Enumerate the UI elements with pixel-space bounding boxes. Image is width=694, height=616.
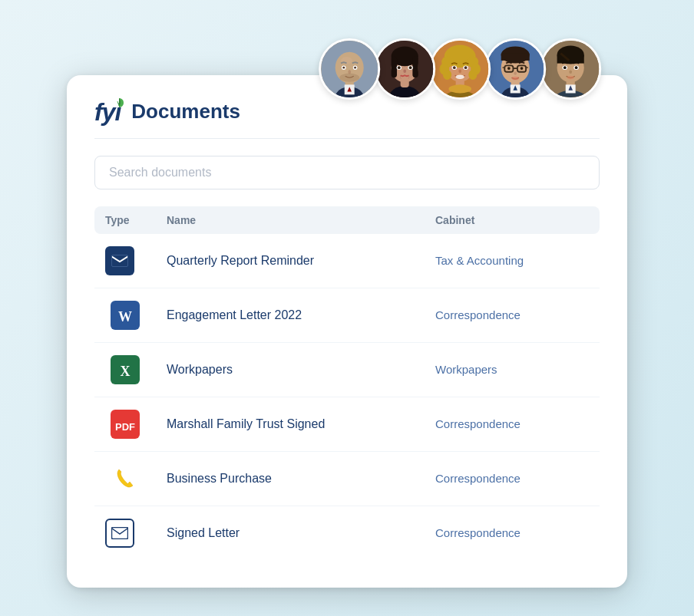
documents-table: Type Name Cabinet Quarterly Report Remin… <box>94 206 600 560</box>
svg-text:W: W <box>118 309 132 324</box>
email-filled-icon <box>105 246 134 275</box>
svg-point-11 <box>354 66 356 68</box>
svg-point-41 <box>464 66 468 69</box>
name-cell: Quarterly Report Reminder <box>156 234 425 288</box>
type-cell: X <box>94 342 156 397</box>
col-type: Type <box>94 206 156 234</box>
cabinet-cell: Correspondence <box>425 397 600 451</box>
svg-point-76 <box>567 75 574 79</box>
table-row[interactable]: PDF Marshall Family Trust Signed Corresp… <box>94 397 600 451</box>
table-row[interactable]: Signed Letter Correspondence <box>94 506 600 560</box>
svg-rect-21 <box>412 56 418 77</box>
page-title: Documents <box>131 100 240 124</box>
type-cell: PDF <box>94 397 156 451</box>
table-row[interactable]: Quarterly Report Reminder Tax & Accounti… <box>94 234 600 288</box>
cabinet-cell: Correspondence <box>425 506 600 560</box>
name-cell: Engagement Letter 2022 <box>156 288 425 342</box>
name-cell: Business Purchase <box>156 451 425 506</box>
table-row[interactable]: X Workpapers Workpapers <box>94 342 600 397</box>
svg-point-59 <box>507 67 511 70</box>
svg-point-26 <box>403 69 406 73</box>
cabinet-cell: Tax & Accounting <box>425 234 600 288</box>
excel-icon: X <box>111 355 140 384</box>
main-card: fyi Documents Type Name Cabinet <box>67 75 627 588</box>
name-cell: Marshall Family Trust Signed <box>156 397 425 451</box>
search-input[interactable] <box>94 156 600 189</box>
svg-rect-87 <box>112 527 128 539</box>
cabinet-cell: Workpapers <box>425 342 600 397</box>
svg-point-36 <box>443 69 451 79</box>
email-outline-icon <box>105 519 134 548</box>
svg-line-77 <box>117 101 119 106</box>
pdf-icon: PDF <box>111 410 140 439</box>
cabinet-cell: Correspondence <box>425 288 600 342</box>
word-icon: W <box>111 301 140 330</box>
svg-point-61 <box>514 71 517 75</box>
svg-point-42 <box>458 69 461 73</box>
type-cell: W <box>94 288 156 342</box>
svg-point-75 <box>569 70 572 74</box>
svg-rect-53 <box>501 53 530 60</box>
avatar <box>429 38 491 100</box>
header: fyi Documents <box>94 100 600 139</box>
avatar <box>319 38 380 100</box>
svg-point-25 <box>409 66 412 69</box>
svg-point-43 <box>456 74 464 79</box>
svg-point-37 <box>468 69 477 79</box>
name-cell: Workpapers <box>156 342 425 397</box>
avatar <box>484 38 546 100</box>
cabinet-cell: Correspondence <box>425 451 600 506</box>
name-cell: Signed Letter <box>156 506 425 560</box>
svg-point-44 <box>448 84 471 93</box>
type-cell <box>94 234 156 288</box>
avatar <box>540 38 601 100</box>
svg-point-62 <box>512 76 519 80</box>
avatars-row <box>319 38 601 100</box>
logo: fyi <box>94 100 121 124</box>
svg-point-10 <box>342 66 345 68</box>
type-cell <box>94 506 156 560</box>
svg-point-73 <box>563 66 567 69</box>
svg-rect-20 <box>392 56 397 77</box>
svg-text:X: X <box>121 364 131 379</box>
svg-text:PDF: PDF <box>115 421 135 433</box>
svg-point-24 <box>398 66 401 69</box>
avatar <box>374 38 435 100</box>
logo-leaf-icon <box>113 97 125 109</box>
svg-point-60 <box>520 67 524 70</box>
table-row[interactable]: W Engagement Letter 2022 Correspondence <box>94 288 600 342</box>
table-row[interactable]: Business Purchase Correspondence <box>94 451 600 506</box>
col-cabinet: Cabinet <box>425 206 600 234</box>
svg-point-13 <box>339 73 359 81</box>
phone-icon <box>111 464 140 493</box>
svg-point-74 <box>575 66 578 69</box>
col-name: Name <box>156 206 425 234</box>
svg-point-40 <box>453 66 456 69</box>
svg-rect-70 <box>557 54 584 63</box>
type-cell <box>94 451 156 506</box>
